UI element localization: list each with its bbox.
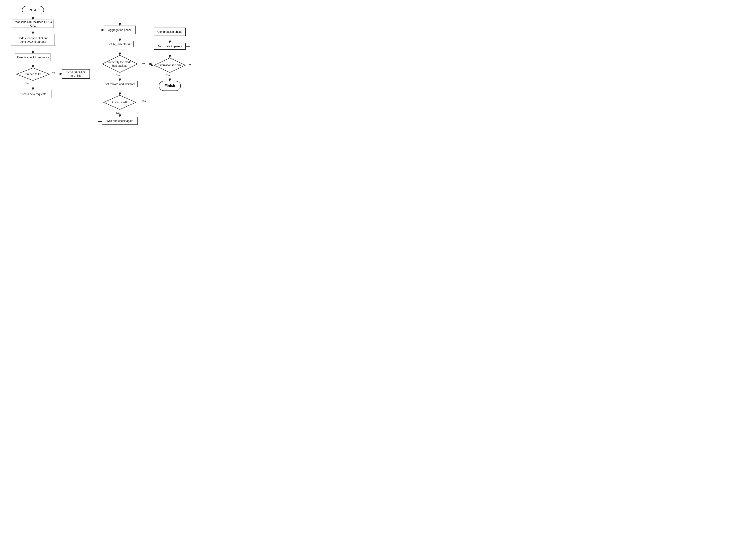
start-node: Start [22,6,44,14]
aggregation-phase-label: Aggregation phase [108,28,132,32]
simulation-yes-label: Yes [166,74,171,77]
finish-node: Finish [159,81,181,91]
if-reach-k-diamond: If reach to k? [16,67,50,81]
t-expired-label: t is expired? [112,101,127,104]
set-lbl-node: Set lbl_indicator = 0 [106,41,134,47]
t-expired-yes-label: Yes [141,100,146,103]
root-send-label: Root send DIO included OF1 & OF2 [12,20,53,27]
start-label: Start [30,8,36,12]
recently-node-label: Recently the Node has packet? [108,60,132,67]
t-expired-diamond: t is expired? [103,95,136,110]
recently-no-label: No [141,62,145,65]
get-reward-label: Get reward and wait for t [105,82,135,86]
compression-phase-label: Compression phase [157,30,183,34]
nodes-received-label: Nodes received DIO and send DAO to paren… [18,37,48,43]
if-reach-k-yes-label: Yes [25,82,30,85]
nodes-received-node: Nodes received DIO and send DAO to paren… [11,34,55,46]
aggregation-phase-node: Aggregation phase [104,26,136,35]
wait-check-node: Wait and check again [102,117,138,125]
finish-label: Finish [165,84,175,88]
compression-phase-node: Compression phase [154,28,186,36]
flowchart: Start Root send DIO included OF1 & OF2 N… [4,4,192,156]
t-expired-no-label: No [116,112,120,115]
parents-check-label: Parents check k, requests [17,55,49,59]
recently-yes-label: Yes [116,74,120,77]
simulation-no-label: No [188,63,191,66]
simulation-end-label: Simulation is end? [158,63,181,67]
wait-check-label: Wait and check again [107,119,133,123]
discard-new-node: Discard new requests [14,90,52,98]
recently-node-diamond: Recently the Node has packet? [102,55,138,73]
if-reach-k-label: If reach to k? [25,72,41,76]
set-lbl-label: Set lbl_indicator = 0 [108,42,132,46]
get-reward-node: Get reward and wait for t [102,81,138,87]
send-data-label: Send data to parent [158,44,182,48]
send-dao-ack-label: Send DAO-Ack to Childs [66,70,86,78]
send-dao-ack-node: Send DAO-Ack to Childs [62,69,90,79]
send-data-node: Send data to parent [154,43,186,50]
discard-new-label: Discard new requests [20,92,46,96]
parents-check-node: Parents check k, requests [15,53,51,61]
if-reach-k-no-label: No [51,71,55,74]
root-send-node: Root send DIO included OF1 & OF2 [12,20,54,28]
simulation-end-diamond: Simulation is end? [154,57,186,73]
